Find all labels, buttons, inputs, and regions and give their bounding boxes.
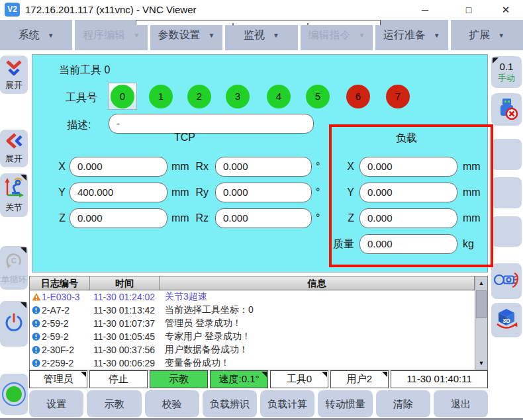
maximize-button[interactable]: □ bbox=[455, 0, 482, 20]
chevron-down-icon: ▼ bbox=[209, 32, 215, 39]
clear-button[interactable]: 清除 bbox=[376, 390, 430, 417]
load-y-label: Y bbox=[321, 183, 354, 202]
teach-button[interactable]: 示教 bbox=[87, 390, 141, 417]
title-bar: V2 172.16.201.117 (x11vnc) - VNC Viewer … bbox=[0, 0, 523, 20]
joystick-icon bbox=[493, 268, 520, 294]
tool-settings-panel: 当前工具 0 工具号 0 1 2 3 4 5 6 7 描述: - TCP 负载 … bbox=[32, 54, 488, 273]
3d-cube-icon: 3D bbox=[494, 306, 519, 334]
log-row[interactable]: 2-59-2 11-30 01:07:37 管理员 登录成功！ bbox=[30, 317, 487, 330]
log-message-cell: 关节3超速 bbox=[160, 291, 487, 303]
expand-label: 展开 bbox=[5, 79, 23, 91]
log-scrollbar[interactable]: ▲ ▼ bbox=[475, 276, 487, 370]
tcp-rz-input[interactable]: 0.000 bbox=[215, 208, 312, 228]
load-calculate-button[interactable]: 负载计算 bbox=[260, 390, 314, 417]
log-row[interactable]: 1-E030-3 11-30 01:24:02 关节3超速 bbox=[30, 290, 487, 304]
joint-mode-button[interactable]: 关节 bbox=[0, 173, 28, 217]
tcp-y-input[interactable]: 400.000 bbox=[70, 183, 167, 202]
minimize-button[interactable]: ─ bbox=[412, 0, 438, 20]
load-x-input[interactable]: 0.000 bbox=[359, 157, 457, 177]
info-icon bbox=[32, 359, 40, 368]
load-z-unit: mm bbox=[463, 208, 481, 228]
close-button[interactable]: ✕ bbox=[493, 0, 519, 20]
status-tool[interactable]: 工具0 bbox=[270, 370, 328, 388]
menu-label: 监视 bbox=[244, 28, 265, 42]
window-title: 172.16.201.117 (x11vnc) - VNC Viewer bbox=[25, 0, 196, 20]
speed-mode-button[interactable]: 0.1 手动 bbox=[491, 56, 522, 88]
corner-marker bbox=[21, 302, 26, 308]
status-user-role[interactable]: 管理员 bbox=[29, 370, 87, 388]
usb-disconnected-icon bbox=[495, 97, 518, 123]
info-icon bbox=[32, 346, 40, 355]
empty-slot-button-3 bbox=[491, 216, 522, 247]
tool-button-1[interactable]: 1 bbox=[149, 85, 173, 108]
load-mass-input[interactable]: 0.000 bbox=[359, 234, 457, 254]
tcp-z-input[interactable]: 0.000 bbox=[70, 208, 167, 228]
log-table-header: 日志编号 时间 信息 bbox=[30, 276, 487, 290]
joystick-button[interactable] bbox=[491, 263, 522, 299]
scroll-down-button[interactable]: ▼ bbox=[475, 357, 487, 370]
tcp-x-unit: mm bbox=[171, 157, 189, 177]
menu-run-prepare[interactable]: 运行准备▼ bbox=[375, 20, 448, 50]
tool-button-3[interactable]: 3 bbox=[226, 85, 250, 108]
status-indicator-icon bbox=[2, 382, 26, 406]
log-id-cell: 2-59-2 bbox=[30, 318, 90, 329]
description-input[interactable]: - bbox=[109, 114, 314, 134]
status-bar: 管理员 停止 示教 速度:0.1° 工具0 用户2 11-30 01:40:11 bbox=[29, 370, 488, 388]
tcp-rz-label: Rz bbox=[190, 208, 209, 228]
expand-down-button[interactable]: 展开 bbox=[0, 56, 28, 94]
log-message-cell: 用户数据备份成功！ bbox=[160, 344, 487, 356]
load-y-input[interactable]: 0.000 bbox=[359, 183, 457, 202]
single-cycle-icon: C bbox=[4, 251, 24, 273]
tcp-ry-input[interactable]: 0.000 bbox=[215, 183, 312, 202]
load-mass-unit: kg bbox=[463, 234, 474, 254]
tool-button-4[interactable]: 4 bbox=[267, 85, 291, 108]
settings-button[interactable]: 设置 bbox=[29, 390, 83, 417]
3d-view-button[interactable]: 3D bbox=[491, 303, 522, 337]
tool-button-0[interactable]: 0 bbox=[111, 85, 134, 108]
log-time-cell: 11-30 01:07:37 bbox=[90, 318, 160, 329]
log-time-cell: 11-30 00:06:29 bbox=[90, 358, 160, 368]
load-mass-label: 质量 bbox=[321, 234, 354, 254]
log-row[interactable]: 2-30F-2 11-30 00:37:56 用户数据备份成功！ bbox=[30, 343, 487, 357]
speed-value: 0.1 bbox=[500, 61, 514, 72]
expand-left-button[interactable]: 展开 bbox=[0, 130, 28, 167]
usb-status-button[interactable] bbox=[491, 93, 522, 126]
log-message-cell: 专家用户 登录成功！ bbox=[160, 331, 487, 343]
tcp-x-input[interactable]: 0.000 bbox=[70, 157, 167, 177]
log-row[interactable]: 2-59-2 11-30 01:05:45 专家用户 登录成功！ bbox=[30, 330, 487, 343]
menu-extend[interactable]: 扩展▼ bbox=[451, 20, 523, 50]
tool-button-7[interactable]: 7 bbox=[386, 85, 410, 108]
tool-button-2[interactable]: 2 bbox=[187, 85, 211, 108]
load-y-unit: mm bbox=[463, 183, 481, 202]
scrollbar-thumb[interactable] bbox=[476, 290, 487, 318]
log-time-header: 时间 bbox=[90, 276, 160, 290]
log-row[interactable]: 2-259-2 11-30 00:06:29 变量备份成功！ bbox=[30, 357, 487, 370]
corner-marker bbox=[382, 372, 387, 377]
tool-button-6[interactable]: 6 bbox=[346, 85, 370, 108]
status-user-frame[interactable]: 用户2 bbox=[330, 370, 389, 388]
load-z-input[interactable]: 0.000 bbox=[359, 208, 457, 228]
log-row[interactable]: 2-A7-2 11-30 01:13:42 当前选择工具坐标：0 bbox=[30, 304, 487, 317]
info-icon bbox=[32, 306, 40, 315]
corner-marker bbox=[262, 372, 267, 377]
status-run-state[interactable]: 停止 bbox=[89, 370, 148, 388]
log-message-cell: 变量备份成功！ bbox=[160, 357, 487, 369]
tcp-rx-input[interactable]: 0.000 bbox=[215, 157, 312, 177]
status-speed[interactable]: 速度:0.1° bbox=[210, 370, 268, 388]
exit-button[interactable]: 退出 bbox=[434, 390, 488, 417]
tool-button-5[interactable]: 5 bbox=[306, 85, 330, 108]
power-button[interactable] bbox=[0, 301, 28, 347]
verify-button[interactable]: 校验 bbox=[145, 390, 199, 417]
servo-status-button[interactable] bbox=[0, 374, 28, 415]
menu-system[interactable]: 系统▼ bbox=[0, 20, 72, 50]
scroll-up-button[interactable]: ▲ bbox=[475, 276, 487, 290]
softkey-bar: 设置 示教 校验 负载辨识 负载计算 转动惯量 清除 退出 bbox=[29, 390, 488, 417]
load-z-label: Z bbox=[321, 208, 354, 228]
menu-label: 扩展 bbox=[469, 28, 490, 42]
tcp-z-label: Z bbox=[52, 208, 66, 228]
chevron-down-icon: ▼ bbox=[133, 32, 140, 39]
status-teach-mode[interactable]: 示教 bbox=[150, 370, 208, 388]
log-time-cell: 11-30 01:05:45 bbox=[90, 331, 160, 342]
inertia-button[interactable]: 转动惯量 bbox=[318, 390, 372, 417]
load-identify-button[interactable]: 负载辨识 bbox=[203, 390, 257, 417]
